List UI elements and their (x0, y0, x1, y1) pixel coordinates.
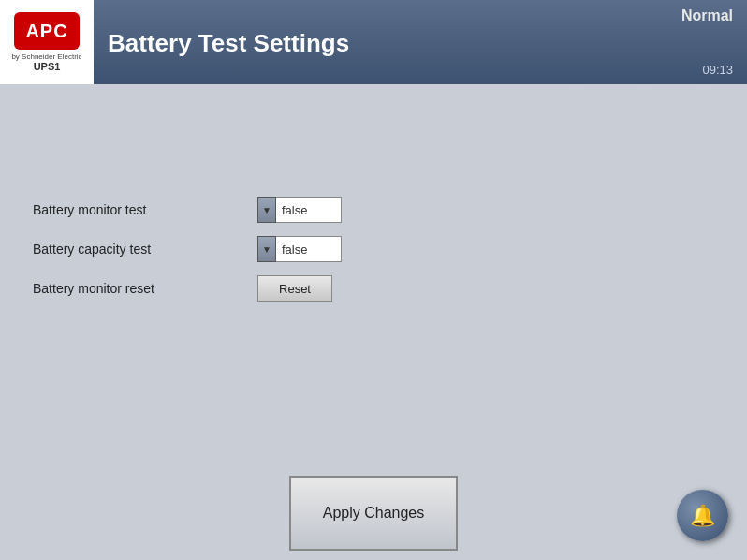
time-display: 09:13 (702, 63, 733, 77)
capacity-test-row: Battery capacity test ▼ false (33, 236, 724, 262)
monitor-test-select-wrapper: ▼ false (257, 197, 342, 223)
monitor-test-dropdown-arrow[interactable]: ▼ (257, 197, 276, 223)
header-bottom: 09:13 (108, 63, 733, 77)
reset-button[interactable]: Reset (257, 275, 332, 302)
header-main: Normal Battery Test Settings 09:13 (94, 0, 747, 84)
monitor-test-row: Battery monitor test ▼ false (33, 197, 724, 223)
header: APC by Schneider Electric UPS1 Normal Ba… (0, 0, 747, 84)
notification-button[interactable]: 🔔 (677, 490, 728, 541)
main-content: Battery monitor test ▼ false Battery cap… (0, 84, 747, 560)
capacity-test-dropdown-arrow[interactable]: ▼ (257, 236, 276, 262)
notification-icon: 🔔 (690, 504, 715, 528)
monitor-test-value: false (276, 197, 342, 223)
schneider-text: by Schneider Electric (11, 52, 81, 61)
capacity-test-select-wrapper: ▼ false (257, 236, 342, 262)
apc-text: APC (25, 21, 67, 42)
monitor-reset-row: Battery monitor reset Reset (33, 275, 724, 302)
page-title: Battery Test Settings (108, 29, 733, 58)
apc-logo: APC (14, 12, 80, 50)
ups-label: UPS1 (34, 61, 61, 72)
apply-changes-button[interactable]: Apply Changes (289, 476, 458, 551)
form-area: Battery monitor test ▼ false Battery cap… (23, 197, 724, 302)
status-badge: Normal (681, 7, 733, 24)
header-top: Normal (108, 7, 733, 24)
apply-changes-container: Apply Changes (289, 476, 458, 551)
capacity-test-value: false (276, 236, 342, 262)
monitor-test-label: Battery monitor test (33, 202, 257, 217)
logo-area: APC by Schneider Electric UPS1 (0, 0, 94, 84)
monitor-reset-label: Battery monitor reset (33, 281, 257, 296)
capacity-test-label: Battery capacity test (33, 242, 257, 257)
